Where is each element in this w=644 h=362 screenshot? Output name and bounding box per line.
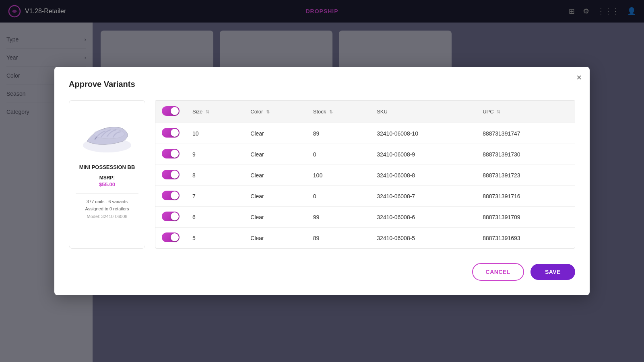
cell-upc-0: 888731391747 bbox=[476, 123, 575, 144]
cell-upc-5: 888731391693 bbox=[476, 228, 575, 249]
cell-size-0: 10 bbox=[186, 123, 244, 144]
modal-title: Approve Variants bbox=[69, 80, 575, 89]
cell-stock-5: 89 bbox=[307, 228, 370, 249]
cell-upc-2: 888731391723 bbox=[476, 165, 575, 186]
col-header-sku: SKU bbox=[370, 101, 476, 123]
cell-size-4: 6 bbox=[186, 207, 244, 228]
col-header-color: Color ⇅ bbox=[244, 101, 307, 123]
header-toggle[interactable] bbox=[162, 106, 180, 116]
stock-sort-icon: ⇅ bbox=[329, 109, 333, 115]
row-toggle-3[interactable] bbox=[162, 191, 180, 200]
row-toggle-5[interactable] bbox=[162, 232, 180, 242]
cell-size-5: 5 bbox=[186, 228, 244, 249]
cell-size-3: 7 bbox=[186, 186, 244, 207]
color-sort-icon: ⇅ bbox=[266, 109, 270, 115]
product-units: 377 units - 6 variants bbox=[87, 198, 128, 206]
save-button[interactable]: SAVE bbox=[530, 264, 575, 280]
cell-size-1: 9 bbox=[186, 144, 244, 165]
cell-sku-2: 32410-06008-8 bbox=[370, 165, 476, 186]
upc-sort-icon: ⇅ bbox=[497, 109, 500, 115]
table-row: 5Clear8932410-06008-5888731391693 bbox=[155, 228, 575, 249]
table-header-row: Size ⇅ Color ⇅ Stock ⇅ bbox=[155, 101, 575, 123]
cell-upc-4: 888731391709 bbox=[476, 207, 575, 228]
row-toggle-1[interactable] bbox=[162, 149, 180, 158]
cell-sku-3: 32410-06008-7 bbox=[370, 186, 476, 207]
product-image bbox=[77, 107, 137, 159]
cell-upc-1: 888731391730 bbox=[476, 144, 575, 165]
col-header-size: Size ⇅ bbox=[186, 101, 244, 123]
modal-footer: CANCEL SAVE bbox=[69, 263, 575, 281]
variants-table: Size ⇅ Color ⇅ Stock ⇅ bbox=[155, 100, 575, 249]
product-model: Model: 32410-06008 bbox=[87, 214, 128, 219]
cell-color-0: Clear bbox=[244, 123, 307, 144]
cell-upc-3: 888731391716 bbox=[476, 186, 575, 207]
col-header-toggle bbox=[155, 101, 186, 123]
cell-sku-0: 32410-06008-10 bbox=[370, 123, 476, 144]
cell-stock-0: 89 bbox=[307, 123, 370, 144]
col-header-stock: Stock ⇅ bbox=[307, 101, 370, 123]
header-toggle-knob bbox=[171, 107, 179, 115]
product-divider bbox=[76, 193, 138, 193]
cell-stock-4: 99 bbox=[307, 207, 370, 228]
cell-color-4: Clear bbox=[244, 207, 307, 228]
cell-color-2: Clear bbox=[244, 165, 307, 186]
cancel-button[interactable]: CANCEL bbox=[472, 263, 524, 281]
approve-variants-modal: × Approve Variants MINI PO bbox=[54, 67, 590, 295]
col-header-upc: UPC ⇅ bbox=[476, 101, 575, 123]
table-row: 7Clear032410-06008-7888731391716 bbox=[155, 186, 575, 207]
product-name: MINI POSSESSION BB bbox=[79, 164, 135, 170]
cell-sku-5: 32410-06008-5 bbox=[370, 228, 476, 249]
row-toggle-0[interactable] bbox=[162, 128, 180, 138]
svg-point-2 bbox=[94, 129, 124, 139]
table-row: 9Clear032410-06008-9888731391730 bbox=[155, 144, 575, 165]
cell-color-5: Clear bbox=[244, 228, 307, 249]
cell-size-2: 8 bbox=[186, 165, 244, 186]
cell-stock-2: 100 bbox=[307, 165, 370, 186]
product-msrp-label: MSRP: bbox=[99, 175, 115, 181]
modal-overlay: × Approve Variants MINI PO bbox=[0, 0, 644, 362]
row-toggle-2[interactable] bbox=[162, 170, 180, 179]
cell-stock-3: 0 bbox=[307, 186, 370, 207]
cell-sku-4: 32410-06008-6 bbox=[370, 207, 476, 228]
size-sort-icon: ⇅ bbox=[206, 109, 209, 115]
modal-body: MINI POSSESSION BB MSRP: $55.00 377 unit… bbox=[69, 100, 575, 249]
cell-color-3: Clear bbox=[244, 186, 307, 207]
product-card: MINI POSSESSION BB MSRP: $55.00 377 unit… bbox=[69, 100, 145, 249]
row-toggle-4[interactable] bbox=[162, 212, 180, 221]
product-assigned: Assigned to 0 retailers bbox=[85, 206, 129, 213]
table-row: 6Clear9932410-06008-6888731391709 bbox=[155, 207, 575, 228]
product-price: $55.00 bbox=[99, 181, 115, 187]
table-row: 10Clear8932410-06008-10888731391747 bbox=[155, 123, 575, 144]
close-button[interactable]: × bbox=[576, 73, 582, 82]
cell-sku-1: 32410-06008-9 bbox=[370, 144, 476, 165]
cell-stock-1: 0 bbox=[307, 144, 370, 165]
table-row: 8Clear10032410-06008-8888731391723 bbox=[155, 165, 575, 186]
cell-color-1: Clear bbox=[244, 144, 307, 165]
